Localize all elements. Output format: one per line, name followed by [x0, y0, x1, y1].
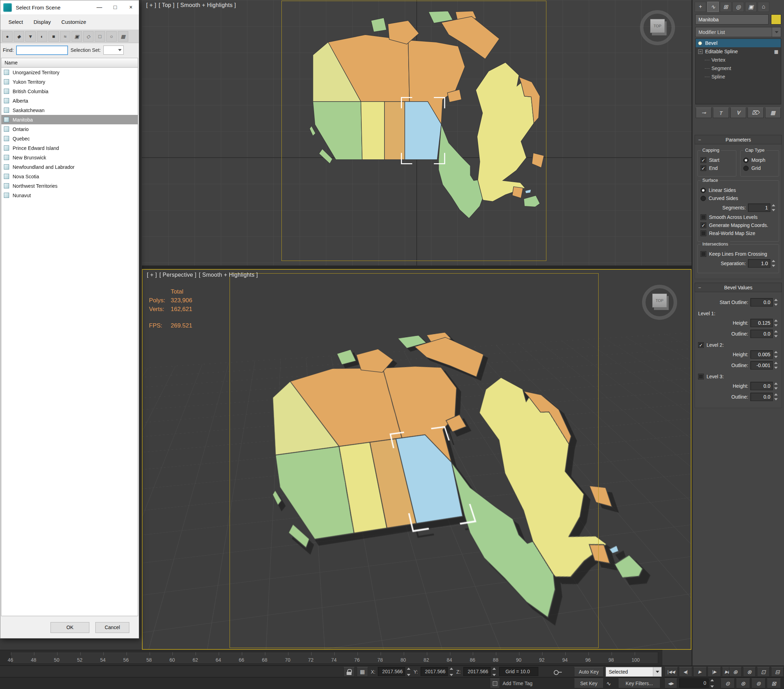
minimize-button[interactable]: — [91, 0, 107, 14]
viewport-top[interactable]: [ + ][ Top ][ Smooth + Highlights ] TOP [142, 0, 692, 265]
real-world-map-size-checkbox[interactable] [701, 230, 706, 236]
display-cameras-filter-button[interactable]: ◐ [37, 31, 47, 42]
curved-sides-radio[interactable] [701, 196, 706, 201]
key-filters-button[interactable]: Key Filters... [618, 679, 660, 688]
configure-modifier-sets-button[interactable]: ▦ [765, 107, 781, 118]
scene-list-item[interactable]: Ontario [2, 124, 138, 134]
next-frame-button[interactable]: |▶ [708, 667, 721, 677]
viewcube-top-face[interactable]: TOP [652, 294, 667, 308]
scene-list-item[interactable]: Manitoba [2, 115, 138, 124]
close-button[interactable]: × [123, 0, 139, 14]
display-lights-filter-button[interactable]: ▼ [25, 31, 36, 42]
viewcube[interactable]: TOP [640, 283, 679, 322]
viewport-shading-menu[interactable]: [ Smooth + Highlights ] [177, 2, 236, 8]
display-spacewarps-filter-button[interactable]: ≈ [60, 31, 71, 42]
menu-item[interactable]: Select [3, 16, 28, 27]
spinner[interactable] [774, 393, 778, 401]
pan-view-button[interactable]: ⊛ [736, 679, 750, 688]
pin-stack-button[interactable]: ⊸ [696, 107, 712, 118]
menu-item[interactable]: Customize [56, 16, 91, 27]
time-tag-button[interactable] [490, 679, 500, 688]
play-button[interactable]: ▶ [693, 667, 707, 677]
spinner[interactable] [774, 319, 778, 327]
new-key-settings-icon[interactable]: ∿ [606, 679, 611, 688]
object-name-field[interactable]: Manitoba [695, 14, 769, 25]
scene-list-item[interactable]: Prince Edward Island [2, 143, 138, 153]
scene-list-item[interactable]: Northwest Territories [2, 181, 138, 191]
spinner[interactable] [492, 667, 497, 677]
modifier-stack-row[interactable]: Spline ▦ [696, 72, 781, 81]
viewport-pov-menu[interactable]: [ Top ] [159, 2, 175, 8]
current-frame-field[interactable]: 0 [679, 679, 709, 687]
bevel-values-rollout-header[interactable]: Bevel Values [695, 283, 782, 292]
ok-button[interactable]: OK [51, 622, 89, 633]
display-helpers-filter-button[interactable]: ■ [48, 31, 59, 42]
keep-lines-from-crossing-checkbox[interactable] [701, 251, 706, 257]
linear-sides-radio[interactable] [701, 188, 706, 193]
modifier-stack-row[interactable]: Vertex ▦ [696, 56, 781, 64]
maximize-viewport-toggle-button[interactable]: ⊠ [767, 679, 781, 688]
level2-height-field[interactable]: 0.005 [750, 350, 773, 358]
scene-list-item[interactable]: Quebec [2, 134, 138, 143]
spinner[interactable] [774, 382, 778, 390]
display-bones-filter-button[interactable]: ◇ [83, 31, 94, 42]
modifier-stack-row[interactable]: Bevel ▦ [696, 39, 781, 47]
spinner[interactable] [449, 667, 454, 677]
collapse-icon[interactable] [698, 49, 703, 54]
keyboard-shortcut-override-toggle[interactable] [554, 667, 562, 677]
find-input[interactable] [16, 46, 68, 55]
spinner[interactable] [407, 667, 411, 677]
spinner[interactable] [771, 259, 776, 268]
scene-list-item[interactable]: Saskatchewan [2, 105, 138, 115]
make-unique-button[interactable]: ∀ [730, 107, 746, 118]
viewport-perspective[interactable]: [ + ][ Perspective ][ Smooth + Highlight… [142, 269, 692, 650]
level2-checkbox[interactable] [698, 342, 704, 348]
motion-tab[interactable]: ◎ [733, 2, 744, 12]
modifier-stack-row[interactable]: Segment ▦ [696, 64, 781, 72]
go-to-start-button[interactable]: |◀◀ [664, 667, 678, 677]
zoom-extents-button[interactable]: ⊡ [757, 667, 770, 677]
separation-field[interactable]: 1.0 [748, 259, 770, 268]
spinner[interactable] [774, 361, 778, 370]
zoom-button[interactable]: ⊕ [729, 667, 741, 677]
zoom-all-button[interactable]: ⊗ [743, 667, 756, 677]
zoom-region-button[interactable]: ⊟ [771, 667, 784, 677]
scene-list-item[interactable]: Nova Scotia [2, 172, 138, 181]
display-tab[interactable]: ▣ [745, 2, 757, 12]
parameters-rollout-header[interactable]: Parameters [695, 135, 782, 144]
end-checkbox[interactable] [701, 165, 706, 171]
key-step-toggle-button[interactable]: ◀▶ [664, 679, 677, 688]
orbit-view-button[interactable]: ⊚ [751, 679, 766, 688]
absolute-offset-mode-button[interactable]: ▦ [357, 667, 368, 677]
remove-modifier-button[interactable]: ⌦ [748, 107, 763, 118]
z-coordinate-field[interactable]: 2017.566 [463, 667, 491, 676]
scene-list-item[interactable]: Unorganized Territory [2, 67, 138, 77]
hierarchy-tab[interactable]: ⊞ [720, 2, 731, 12]
key-mode-dropdown[interactable]: Selected [606, 667, 662, 677]
start-checkbox[interactable] [701, 157, 706, 163]
scene-list-item[interactable]: British Columbia [2, 87, 138, 96]
modifier-stack-row[interactable]: Editable Spline ▦ [696, 47, 781, 56]
maximize-button[interactable]: □ [107, 0, 123, 14]
scene-list-item[interactable]: Yukon Territory [2, 77, 138, 87]
level2-outline-field[interactable]: -0.001 [750, 361, 773, 370]
spinner[interactable] [710, 679, 715, 688]
viewport-general-menu[interactable]: [ + ] [147, 272, 157, 278]
display-shapes-filter-button[interactable]: ◆ [14, 31, 24, 42]
previous-frame-button[interactable]: ◀| [679, 667, 692, 677]
canada-map-top-view[interactable] [282, 10, 546, 248]
viewport-shading-menu[interactable]: [ Smooth + Highlights ] [199, 272, 258, 278]
grid-setting[interactable]: Grid = 10.0 [499, 667, 538, 676]
smooth-across-levels-checkbox[interactable] [701, 214, 706, 220]
spinner[interactable] [774, 330, 778, 338]
scene-list-item[interactable]: Nunavut [2, 191, 138, 200]
modifier-list-dropdown[interactable]: Modifier List [695, 27, 781, 37]
add-time-tag-label[interactable]: Add Time Tag [502, 679, 532, 688]
start-outline-field[interactable]: 0.0 [750, 298, 773, 306]
generate-mapping-coords-checkbox[interactable] [701, 222, 706, 228]
display-containers-filter-button[interactable]: □ [95, 31, 105, 42]
y-coordinate-field[interactable]: 2017.566 [420, 667, 448, 676]
level3-outline-field[interactable]: 0.0 [750, 393, 773, 401]
grid-radio[interactable] [743, 166, 749, 171]
viewcube[interactable]: TOP [638, 8, 677, 47]
